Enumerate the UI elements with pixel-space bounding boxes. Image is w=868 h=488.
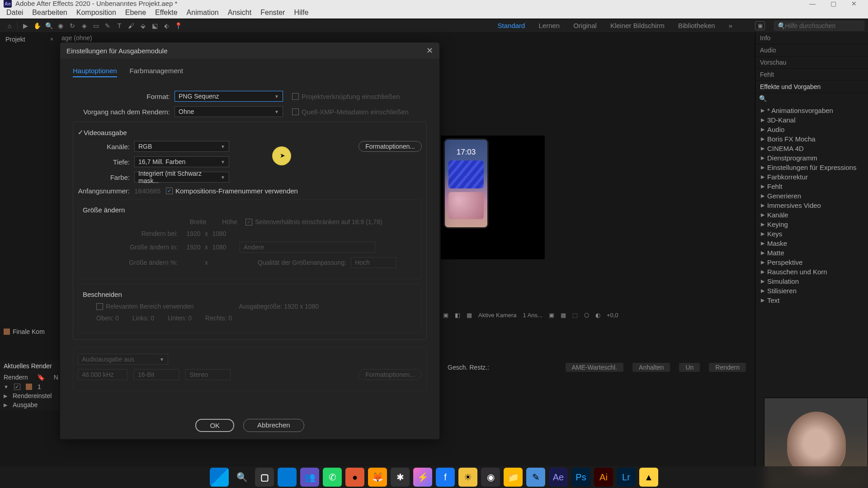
home-icon[interactable]: ⌂ [4,20,15,31]
render-settings-link[interactable]: Rendereinstel [13,392,52,399]
disclosure-icon[interactable]: ▶ [4,393,7,399]
viewer-ctrl-icon[interactable]: ▣ [443,312,448,319]
fx-item[interactable]: Kanäle [767,211,788,219]
disclosure-icon[interactable]: ▶ [761,288,764,294]
menu-bearbeiten[interactable]: Bearbeiten [28,7,71,18]
viewer-ctrl-icon[interactable]: ◧ [455,312,460,319]
fx-item[interactable]: Einstellungen für Expressions [767,164,857,171]
disclosure-icon[interactable]: ▶ [761,269,764,275]
composition-viewer[interactable]: 17:03 [441,136,545,259]
menu-animation[interactable]: Animation [182,7,223,18]
views-dropdown[interactable]: 1 Ans... [523,312,542,319]
channels-dropdown[interactable]: RGB▼ [134,141,229,152]
fx-item[interactable]: Simulation [767,277,799,285]
app-icon-1[interactable]: ● [345,468,364,487]
rect-tool-icon[interactable]: ▭ [90,20,102,31]
output-module-link[interactable]: Ausgabe [13,401,38,408]
taskbar-search-icon[interactable]: 🔍 [232,468,251,487]
fx-item[interactable]: Perspektive [767,258,802,266]
anchor-tool-icon[interactable]: ◈ [78,20,90,31]
ame-queue-button[interactable]: AME-Warteschl. [566,363,624,372]
disclosure-icon[interactable]: ▼ [4,384,9,389]
viewer-ctrl-icon[interactable]: ▣ [549,312,554,319]
menu-datei[interactable]: Datei [2,7,28,18]
disclosure-icon[interactable]: ▶ [761,193,764,199]
disclosure-icon[interactable]: ▶ [761,297,764,303]
workspace-kleiner[interactable]: Kleiner Bildschirm [610,22,665,29]
fx-item[interactable]: Fehlt [767,183,782,190]
photoshop-icon[interactable]: Ps [571,468,590,487]
menu-ebene[interactable]: Ebene [121,7,151,18]
app-icon-2[interactable]: ✱ [391,468,410,487]
stop-button[interactable]: Un [679,363,700,372]
app-icon-5[interactable]: ▲ [639,468,658,487]
video-output-checkbox[interactable]: ✓ [78,128,84,136]
fx-item[interactable]: Keys [767,230,782,238]
fx-item[interactable]: Generieren [767,192,801,200]
depth-dropdown[interactable]: 16,7 Mill. Farben▼ [134,156,229,167]
pen-tool-icon[interactable]: ✎ [102,20,113,31]
puppet-tool-icon[interactable]: 📍 [172,20,184,31]
workspace-standard[interactable]: Standard [498,22,525,29]
disclosure-icon[interactable]: ▶ [761,108,764,113]
disclosure-icon[interactable]: ▶ [761,145,764,151]
fx-item[interactable]: CINEMA 4D [767,145,804,152]
fx-item[interactable]: Dienstprogramm [767,154,817,162]
zoom-tool-icon[interactable]: 🔍 [43,20,55,31]
project-tab[interactable]: Projekt [5,36,25,43]
viewer-ctrl-icon[interactable]: ▦ [561,312,566,319]
fx-item[interactable]: Matte [767,249,784,257]
obs-icon[interactable]: ◉ [481,468,500,487]
workspace-original[interactable]: Original [573,22,597,29]
maximize-button[interactable]: ▢ [823,0,844,7]
disclosure-icon[interactable]: ▶ [761,278,764,284]
post-render-dropdown[interactable]: Ohne▼ [175,106,283,117]
comp-tab[interactable]: age (ohne) [61,34,92,42]
text-tool-icon[interactable]: T [113,20,125,31]
lightroom-icon[interactable]: Lr [617,468,636,487]
fx-item[interactable]: Farbkorrektur [767,173,808,181]
whatsapp-icon[interactable]: ✆ [323,468,342,487]
project-tab-close-icon[interactable]: × [50,36,53,42]
disclosure-icon[interactable]: ▶ [761,250,764,256]
fx-item[interactable]: * Animationsvorgaben [767,107,833,114]
tab-hauptoptionen[interactable]: Hauptoptionen [73,67,117,77]
fx-item[interactable]: Audio [767,126,784,133]
audio-panel-header[interactable]: Audio [755,44,868,56]
cancel-button[interactable]: Abbrechen [243,419,304,432]
menu-ansicht[interactable]: Ansicht [223,7,256,18]
roto-tool-icon[interactable]: ⬖ [160,20,172,31]
disclosure-icon[interactable]: ▶ [761,164,764,170]
fx-item[interactable]: Text [767,296,780,304]
disclosure-icon[interactable]: ▶ [761,174,764,180]
close-window-button[interactable]: ✕ [844,0,864,7]
fx-item[interactable]: Boris FX Mocha [767,135,816,143]
fx-item[interactable]: Stilisieren [767,287,797,295]
active-camera-dropdown[interactable]: Aktive Kamera [478,312,517,319]
format-dropdown[interactable]: PNG Sequenz▼ [175,91,283,102]
render-button[interactable]: Rendern [709,363,746,372]
workspace-bibliotheken[interactable]: Bibliotheken [678,22,715,29]
fx-item[interactable]: 3D-Kanal [767,116,796,124]
workspace-lernen[interactable]: Lernen [538,22,560,29]
after-effects-icon[interactable]: Ae [549,468,568,487]
selection-tool-icon[interactable]: ▶ [19,20,31,31]
preview-panel-header[interactable]: Vorschau [755,56,868,69]
messenger-icon[interactable]: ⚡ [413,468,432,487]
minimize-button[interactable]: — [802,0,823,7]
teams-icon[interactable]: 👥 [300,468,319,487]
start-button[interactable] [210,468,229,487]
disclosure-icon[interactable]: ▶ [761,221,764,227]
file-explorer-icon[interactable]: 📁 [504,468,523,487]
disclosure-icon[interactable]: ▶ [761,117,764,123]
info-panel-header[interactable]: Info [755,32,868,44]
snapshot-icon[interactable]: ▣ [755,21,765,30]
menu-komposition[interactable]: Komposition [72,7,121,18]
rotate-tool-icon[interactable]: ↻ [66,20,78,31]
disclosure-icon[interactable]: ▶ [761,202,764,208]
render-checkbox[interactable]: ✓ [14,384,20,390]
effects-panel-header[interactable]: Effekte und Vorgaben [755,81,868,93]
dialog-close-button[interactable]: ✕ [426,46,433,56]
disclosure-icon[interactable]: ▶ [761,136,764,142]
facebook-icon[interactable]: f [436,468,455,487]
